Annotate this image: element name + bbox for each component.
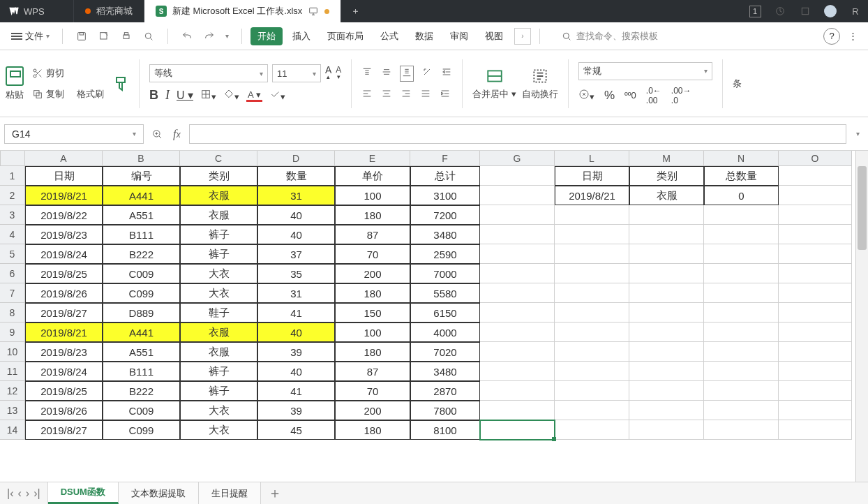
col-header-F[interactable]: F bbox=[410, 151, 480, 166]
orientation-button[interactable] bbox=[421, 66, 433, 81]
cell-A13[interactable]: 2019/8/26 bbox=[25, 401, 103, 420]
sheet-tab-DSUM函数[interactable]: DSUM函数 bbox=[48, 482, 119, 504]
underline-button[interactable]: U ▾ bbox=[177, 89, 193, 102]
cell-G13[interactable] bbox=[480, 401, 555, 420]
chevron-down-icon[interactable]: ▾ bbox=[225, 32, 229, 40]
cell-G14[interactable] bbox=[480, 420, 555, 440]
cell-E9[interactable]: 100 bbox=[335, 323, 410, 342]
cell-C7[interactable]: 大衣 bbox=[180, 283, 257, 303]
cell-G8[interactable] bbox=[480, 303, 555, 323]
cell-F11[interactable]: 3480 bbox=[410, 362, 480, 381]
bold-button[interactable]: B bbox=[149, 88, 158, 103]
sheet-nav-last-icon[interactable]: ›| bbox=[33, 487, 40, 500]
row-header-1[interactable]: 1 bbox=[0, 166, 25, 186]
cell-F5[interactable]: 2590 bbox=[410, 244, 480, 264]
cell-N8[interactable] bbox=[704, 303, 779, 323]
undo-icon[interactable] bbox=[181, 30, 193, 43]
cell-N13[interactable] bbox=[704, 401, 779, 420]
row-header-4[interactable]: 4 bbox=[0, 225, 25, 244]
cell-O8[interactable] bbox=[779, 303, 852, 323]
cell-O7[interactable] bbox=[779, 283, 852, 303]
sheet-nav-first-icon[interactable]: |‹ bbox=[7, 487, 13, 500]
cell-N7[interactable] bbox=[704, 283, 779, 303]
row-header-6[interactable]: 6 bbox=[0, 264, 25, 283]
italic-button[interactable]: I bbox=[165, 88, 170, 103]
justify-button[interactable] bbox=[420, 88, 431, 101]
cell-D2[interactable]: 31 bbox=[257, 186, 335, 205]
cell-N11[interactable] bbox=[704, 362, 779, 381]
format-painter-big[interactable] bbox=[112, 75, 129, 92]
cell-E8[interactable]: 150 bbox=[335, 303, 410, 323]
badge-indicator[interactable]: 1 bbox=[742, 6, 768, 17]
cell-D12[interactable]: 41 bbox=[257, 381, 335, 401]
cell-L11[interactable] bbox=[555, 362, 629, 381]
cell-A11[interactable]: 2019/8/24 bbox=[25, 362, 103, 381]
cell-F12[interactable]: 2870 bbox=[410, 381, 480, 401]
indent-dec-button[interactable] bbox=[441, 66, 452, 81]
cell-L3[interactable] bbox=[555, 205, 629, 225]
cell-D4[interactable]: 40 bbox=[257, 225, 335, 244]
cell-L14[interactable] bbox=[555, 420, 629, 440]
cell-A12[interactable]: 2019/8/25 bbox=[25, 381, 103, 401]
cell-G12[interactable] bbox=[480, 381, 555, 401]
cell-N9[interactable] bbox=[704, 323, 779, 342]
row-header-13[interactable]: 13 bbox=[0, 401, 25, 420]
align-middle-button[interactable] bbox=[381, 66, 392, 81]
border-button[interactable]: ▾ bbox=[200, 89, 216, 102]
font-selector[interactable]: 等线▾ bbox=[149, 64, 268, 82]
vertical-scrollbar[interactable] bbox=[855, 151, 868, 482]
cell-O6[interactable] bbox=[779, 264, 852, 283]
cell-N12[interactable] bbox=[704, 381, 779, 401]
cell-M11[interactable] bbox=[629, 362, 704, 381]
more-ribbon-label[interactable]: 条 bbox=[733, 77, 742, 90]
increase-font-button[interactable]: A▴ bbox=[325, 66, 331, 80]
cell-B10[interactable]: A551 bbox=[103, 342, 180, 362]
cell-G7[interactable] bbox=[480, 283, 555, 303]
cell-D6[interactable]: 35 bbox=[257, 264, 335, 283]
cell-F9[interactable]: 4000 bbox=[410, 323, 480, 342]
cell-L9[interactable] bbox=[555, 323, 629, 342]
cell-B2[interactable]: A441 bbox=[103, 186, 180, 205]
cell-E3[interactable]: 180 bbox=[335, 205, 410, 225]
cell-F7[interactable]: 5580 bbox=[410, 283, 480, 303]
cell-N14[interactable] bbox=[704, 420, 779, 440]
sheet-nav-next-icon[interactable]: › bbox=[26, 487, 29, 500]
cell-C9[interactable]: 衣服 bbox=[180, 323, 257, 342]
ribbon-tab-页面布局[interactable]: 页面布局 bbox=[320, 27, 371, 45]
cell-D11[interactable]: 40 bbox=[257, 362, 335, 381]
cell-E7[interactable]: 180 bbox=[335, 283, 410, 303]
col-header-C[interactable]: C bbox=[180, 151, 257, 166]
sheet-tab-文本数据提取[interactable]: 文本数据提取 bbox=[119, 482, 199, 504]
cell-E12[interactable]: 70 bbox=[335, 381, 410, 401]
format-painter-button[interactable]: 格式刷 bbox=[74, 87, 107, 102]
cell-L8[interactable] bbox=[555, 303, 629, 323]
clear-format-button[interactable]: ▾ bbox=[269, 89, 285, 102]
cell-G11[interactable] bbox=[480, 362, 555, 381]
cell-G5[interactable] bbox=[480, 244, 555, 264]
cell-O10[interactable] bbox=[779, 342, 852, 362]
name-box[interactable]: G14 ▾ bbox=[4, 124, 144, 144]
cell-N2[interactable]: 0 bbox=[704, 186, 779, 205]
cell-A2[interactable]: 2019/8/21 bbox=[25, 186, 103, 205]
row-header-11[interactable]: 11 bbox=[0, 362, 25, 381]
cell-O12[interactable] bbox=[779, 381, 852, 401]
cell-G4[interactable] bbox=[480, 225, 555, 244]
fill-color-button[interactable]: ▾ bbox=[223, 89, 239, 102]
save-icon[interactable] bbox=[75, 30, 88, 43]
row-header-2[interactable]: 2 bbox=[0, 186, 25, 205]
cell-B4[interactable]: B111 bbox=[103, 225, 180, 244]
cell-M10[interactable] bbox=[629, 342, 704, 362]
cell-E14[interactable]: 180 bbox=[335, 420, 410, 440]
ribbon-tab-插入[interactable]: 插入 bbox=[285, 27, 317, 45]
preview-icon[interactable] bbox=[142, 30, 155, 43]
row-header-7[interactable]: 7 bbox=[0, 283, 25, 303]
cell-O11[interactable] bbox=[779, 362, 852, 381]
ribbon-tab-审阅[interactable]: 审阅 bbox=[443, 27, 475, 45]
cell-L10[interactable] bbox=[555, 342, 629, 362]
cell-C3[interactable]: 衣服 bbox=[180, 205, 257, 225]
cell-C1[interactable]: 类别 bbox=[180, 166, 257, 186]
sheet-tab-生日提醒[interactable]: 生日提醒 bbox=[199, 482, 261, 504]
cell-C14[interactable]: 大衣 bbox=[180, 420, 257, 440]
cell-F8[interactable]: 6150 bbox=[410, 303, 480, 323]
col-header-M[interactable]: M bbox=[629, 151, 704, 166]
